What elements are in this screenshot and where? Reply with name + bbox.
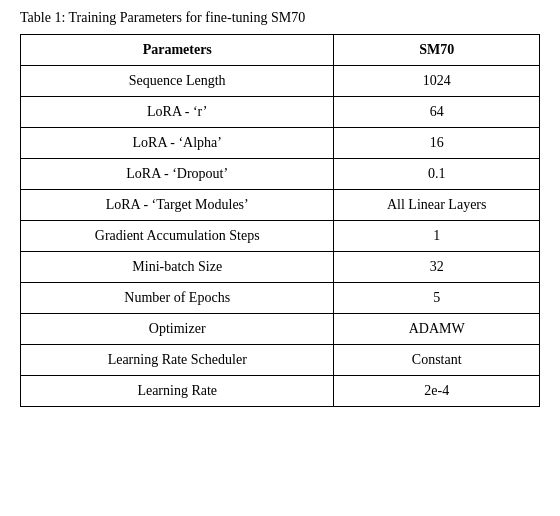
parameter-value: All Linear Layers <box>334 190 540 221</box>
parameter-name: Optimizer <box>21 314 334 345</box>
parameter-name: Number of Epochs <box>21 283 334 314</box>
parameter-name: LoRA - ‘Alpha’ <box>21 128 334 159</box>
parameter-value: 1024 <box>334 66 540 97</box>
parameter-value: 0.1 <box>334 159 540 190</box>
table-row: Number of Epochs5 <box>21 283 540 314</box>
parameter-value: 5 <box>334 283 540 314</box>
table-row: OptimizerADAMW <box>21 314 540 345</box>
parameter-value: ADAMW <box>334 314 540 345</box>
parameter-value: 2e-4 <box>334 376 540 407</box>
parameter-name: Mini-batch Size <box>21 252 334 283</box>
parameter-name: LoRA - ‘r’ <box>21 97 334 128</box>
parameter-name: Learning Rate <box>21 376 334 407</box>
parameter-name: Learning Rate Scheduler <box>21 345 334 376</box>
table-row: Learning Rate SchedulerConstant <box>21 345 540 376</box>
table-row: LoRA - ‘r’64 <box>21 97 540 128</box>
parameter-name: LoRA - ‘Target Modules’ <box>21 190 334 221</box>
parameter-value: 1 <box>334 221 540 252</box>
parameter-value: Constant <box>334 345 540 376</box>
parameter-name: LoRA - ‘Dropout’ <box>21 159 334 190</box>
parameter-name: Gradient Accumulation Steps <box>21 221 334 252</box>
col-header-parameters: Parameters <box>21 35 334 66</box>
table-row: Learning Rate2e-4 <box>21 376 540 407</box>
col-header-sm70: SM70 <box>334 35 540 66</box>
table-row: Gradient Accumulation Steps1 <box>21 221 540 252</box>
table-caption: Table 1: Training Parameters for fine-tu… <box>20 10 540 26</box>
parameter-value: 64 <box>334 97 540 128</box>
parameters-table: Parameters SM70 Sequence Length1024LoRA … <box>20 34 540 407</box>
table-row: LoRA - ‘Dropout’0.1 <box>21 159 540 190</box>
parameter-value: 32 <box>334 252 540 283</box>
table-header-row: Parameters SM70 <box>21 35 540 66</box>
parameter-name: Sequence Length <box>21 66 334 97</box>
table-row: LoRA - ‘Target Modules’All Linear Layers <box>21 190 540 221</box>
table-row: Sequence Length1024 <box>21 66 540 97</box>
table-row: Mini-batch Size32 <box>21 252 540 283</box>
table-row: LoRA - ‘Alpha’16 <box>21 128 540 159</box>
parameter-value: 16 <box>334 128 540 159</box>
